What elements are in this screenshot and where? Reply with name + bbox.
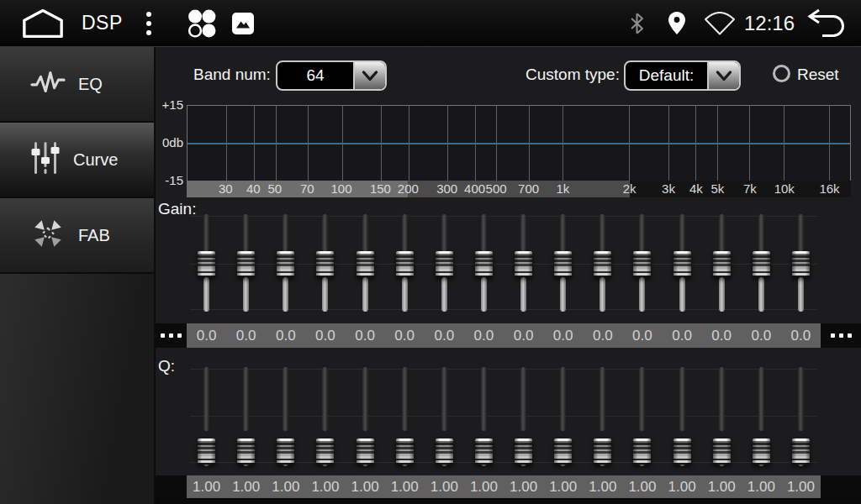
q-slider-14[interactable] <box>702 365 742 470</box>
band-num-dropdown[interactable]: 64 <box>276 60 387 91</box>
gain-slider-thumb[interactable] <box>594 251 611 277</box>
dsp-screen: DSP <box>0 0 861 504</box>
q-slider-15[interactable] <box>742 365 781 470</box>
gain-slider-15[interactable] <box>742 213 781 315</box>
gain-slider-14[interactable] <box>702 213 742 315</box>
apps-clover-icon[interactable] <box>187 8 217 39</box>
gain-slider-thumb[interactable] <box>475 251 493 277</box>
chevron-down-icon[interactable] <box>353 62 385 89</box>
q-value-2: 1.00 <box>226 479 266 496</box>
q-slider-4[interactable] <box>305 365 345 470</box>
q-slider-thumb[interactable] <box>594 438 611 465</box>
q-slider-9[interactable] <box>504 365 543 470</box>
gain-slider-7[interactable] <box>425 213 464 315</box>
gain-slider-thumb[interactable] <box>277 251 294 277</box>
gain-slider-thumb[interactable] <box>673 251 691 277</box>
gain-slider-12[interactable] <box>622 213 662 315</box>
slider-track-upper <box>719 367 725 431</box>
gain-slider-5[interactable] <box>346 213 385 315</box>
q-sliders <box>187 365 821 470</box>
q-slider-12[interactable] <box>622 365 662 470</box>
q-slider-thumb[interactable] <box>515 438 532 465</box>
gain-slider-6[interactable] <box>385 213 425 315</box>
gain-slider-thumb[interactable] <box>713 251 731 277</box>
q-slider-16[interactable] <box>781 365 821 470</box>
reset-radio-button[interactable] <box>773 65 790 82</box>
gain-value-16: 0.0 <box>781 328 821 344</box>
q-slider-7[interactable] <box>425 365 464 470</box>
gain-slider-thumb[interactable] <box>753 251 770 277</box>
gain-slider-thumb[interactable] <box>792 251 810 277</box>
sidebar-item-fab[interactable]: FAB <box>0 198 154 274</box>
q-slider-thumb[interactable] <box>713 438 731 465</box>
slider-track-upper <box>798 367 804 431</box>
sidebar-item-eq[interactable]: EQ <box>0 47 154 123</box>
gain-slider-thumb[interactable] <box>554 251 572 277</box>
q-slider-thumb[interactable] <box>396 438 414 465</box>
frequency-axis: 304050701001502003004005007001k2k3k4k5k7… <box>187 181 851 197</box>
q-slider-thumb[interactable] <box>475 438 493 465</box>
overflow-menu-icon[interactable] <box>143 8 155 39</box>
gain-slider-10[interactable] <box>543 213 583 315</box>
q-slider-thumb[interactable] <box>237 438 255 465</box>
gain-slider-13[interactable] <box>663 213 702 315</box>
gain-slider-thumb[interactable] <box>198 251 215 277</box>
gain-page-right-button[interactable] <box>821 323 861 348</box>
q-slider-1[interactable] <box>187 365 226 470</box>
gain-slider-thumb[interactable] <box>396 251 414 277</box>
bottom-bar <box>156 498 861 504</box>
q-slider-thumb[interactable] <box>633 438 651 465</box>
fader-sliders-icon <box>30 140 61 179</box>
q-slider-thumb[interactable] <box>198 438 215 465</box>
q-slider-2[interactable] <box>226 365 266 470</box>
gallery-icon[interactable] <box>232 13 254 34</box>
slider-track-lower <box>758 277 764 312</box>
gain-slider-thumb[interactable] <box>316 251 334 277</box>
gain-slider-thumb[interactable] <box>436 251 453 277</box>
home-icon[interactable] <box>21 8 65 39</box>
q-slider-thumb[interactable] <box>436 438 453 465</box>
gain-slider-4[interactable] <box>305 213 345 315</box>
custom-type-dropdown[interactable]: Default: <box>624 60 741 91</box>
q-slider-thumb[interactable] <box>753 438 770 465</box>
gain-slider-2[interactable] <box>226 213 266 315</box>
eq-curve-plot[interactable] <box>187 105 851 181</box>
q-slider-thumb[interactable] <box>554 438 572 465</box>
page-title: DSP <box>82 12 123 34</box>
back-icon[interactable] <box>806 8 846 38</box>
gain-slider-thumb[interactable] <box>515 251 532 277</box>
gain-slider-thumb[interactable] <box>237 251 255 277</box>
gain-slider-8[interactable] <box>464 213 504 315</box>
chevron-down-icon[interactable] <box>707 62 739 89</box>
q-slider-8[interactable] <box>464 365 504 470</box>
gain-slider-16[interactable] <box>781 213 821 315</box>
gain-page-left-button[interactable] <box>156 323 187 348</box>
q-slider-thumb[interactable] <box>673 438 691 465</box>
sidebar-item-curve[interactable]: Curve <box>0 123 154 198</box>
q-slider-5[interactable] <box>346 365 385 470</box>
q-slider-13[interactable] <box>663 365 702 470</box>
q-value-9: 1.00 <box>504 479 543 496</box>
q-slider-thumb[interactable] <box>277 438 294 465</box>
q-value-1: 1.00 <box>187 479 226 496</box>
q-slider-thumb[interactable] <box>357 438 374 465</box>
slider-track-upper <box>243 367 249 431</box>
gain-slider-1[interactable] <box>187 213 226 315</box>
q-slider-6[interactable] <box>385 365 425 470</box>
x-tick-label: 3k <box>662 181 675 197</box>
q-slider-thumb[interactable] <box>792 438 810 465</box>
gain-slider-thumb[interactable] <box>357 251 374 277</box>
q-slider-11[interactable] <box>583 365 622 470</box>
slider-track-upper <box>322 214 328 252</box>
gain-slider-9[interactable] <box>504 213 543 315</box>
q-slider-thumb[interactable] <box>316 438 334 465</box>
gain-slider-thumb[interactable] <box>633 251 651 277</box>
q-slider-10[interactable] <box>543 365 583 470</box>
slider-track-lower <box>243 277 249 312</box>
gain-value-10: 0.0 <box>543 328 583 344</box>
slider-track-lower <box>481 277 487 312</box>
q-slider-3[interactable] <box>266 365 305 470</box>
gain-slider-11[interactable] <box>583 213 622 315</box>
gain-slider-3[interactable] <box>266 213 305 315</box>
slider-track-upper <box>639 214 645 252</box>
